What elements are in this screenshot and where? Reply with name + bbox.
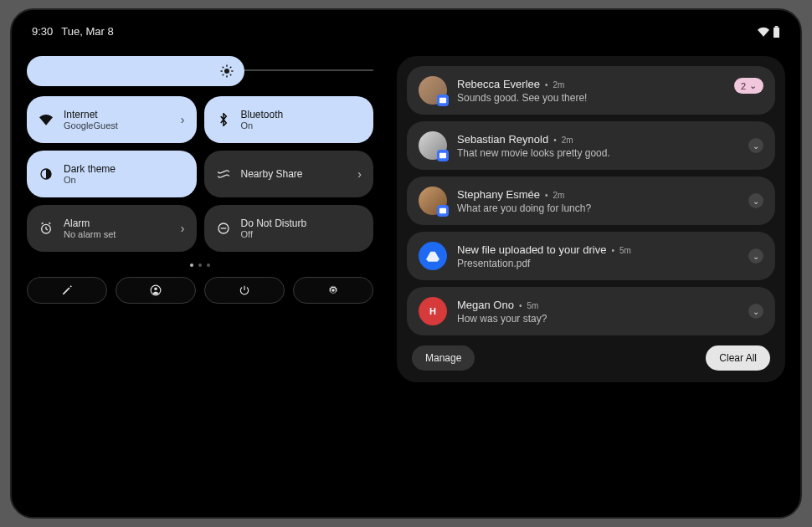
hotel-icon: H xyxy=(429,306,436,316)
tile-do-not-disturb[interactable]: Do Not Disturb Off xyxy=(204,205,374,252)
user-button[interactable] xyxy=(116,277,196,304)
notification-item[interactable]: Sebastian Reynold • 2m That new movie lo… xyxy=(407,121,775,170)
tile-title: Bluetooth xyxy=(241,109,362,120)
tile-title: Do Not Disturb xyxy=(241,217,362,229)
dark-theme-icon xyxy=(39,166,54,182)
notification-time: 5m xyxy=(619,246,631,255)
avatar: H xyxy=(419,297,447,325)
chevron-down-icon: ⌄ xyxy=(753,197,759,206)
svg-point-16 xyxy=(154,288,157,291)
gear-icon xyxy=(327,284,339,296)
status-time: 9:30 xyxy=(32,25,53,38)
wifi-icon xyxy=(39,112,54,127)
svg-point-17 xyxy=(331,289,335,292)
tile-nearby-share[interactable]: Nearby Share › xyxy=(204,151,374,197)
notification-separator: • xyxy=(545,80,548,90)
svg-point-2 xyxy=(224,69,229,74)
notification-message: That new movie looks pretty good. xyxy=(457,147,738,159)
edit-button[interactable] xyxy=(27,277,107,304)
dnd-icon xyxy=(216,221,231,236)
notification-time: 2m xyxy=(553,191,565,200)
power-icon xyxy=(239,284,250,296)
expand-button[interactable]: ⌄ xyxy=(748,304,763,319)
svg-rect-18 xyxy=(439,98,446,103)
page-dot xyxy=(198,264,202,267)
notification-message: How was your stay? xyxy=(457,313,738,325)
chevron-right-icon: › xyxy=(181,113,185,126)
brightness-slider[interactable] xyxy=(27,56,373,86)
settings-button[interactable] xyxy=(293,277,373,304)
notification-panel: Rebecca Everlee • 2m Sounds good. See yo… xyxy=(397,56,785,382)
svg-line-8 xyxy=(230,74,232,76)
notification-time: 2m xyxy=(562,136,573,145)
status-date: Tue, Mar 8 xyxy=(61,25,113,38)
tablet-frame: 9:30 Tue, Mar 8 xyxy=(10,8,802,519)
chevron-down-icon: ⌄ xyxy=(753,307,759,316)
notification-item[interactable]: New file uploaded to your drive • 5m Pre… xyxy=(407,232,775,280)
nearby-share-icon xyxy=(216,166,231,182)
app-badge-icon xyxy=(437,150,449,161)
tile-alarm[interactable]: Alarm No alarm set › xyxy=(27,205,197,252)
notification-message: What are you doing for lunch? xyxy=(457,202,738,214)
notification-message: Sounds good. See you there! xyxy=(457,92,763,104)
chevron-right-icon: › xyxy=(181,222,185,235)
expand-button[interactable]: ⌄ xyxy=(748,193,763,208)
avatar xyxy=(419,187,447,215)
svg-line-9 xyxy=(223,74,224,76)
avatar xyxy=(419,131,447,160)
clear-all-button[interactable]: Clear All xyxy=(706,345,770,371)
tile-subtitle: GoogleGuest xyxy=(64,120,171,130)
svg-rect-19 xyxy=(439,153,446,158)
notification-sender: Rebecca Everlee xyxy=(457,78,540,90)
tile-bluetooth[interactable]: Bluetooth On xyxy=(204,96,374,143)
notification-sender: Stephany Esmée xyxy=(457,188,540,201)
tile-subtitle: Off xyxy=(241,229,362,239)
battery-icon xyxy=(773,26,780,38)
tile-title: Internet xyxy=(64,109,171,120)
notification-time: 5m xyxy=(527,301,538,310)
page-indicator xyxy=(27,264,373,267)
tile-subtitle: No alarm set xyxy=(64,229,171,239)
user-icon xyxy=(150,284,162,296)
notification-sender: Sebastian Reynold xyxy=(457,133,548,146)
notification-separator: • xyxy=(553,136,557,145)
count-value: 2 xyxy=(741,81,746,91)
notification-item[interactable]: Rebecca Everlee • 2m Sounds good. See yo… xyxy=(407,66,775,115)
status-right xyxy=(758,25,780,38)
avatar xyxy=(419,76,447,105)
power-button[interactable] xyxy=(204,277,285,304)
page-dot xyxy=(207,264,210,267)
notification-message: Presentation.pdf xyxy=(457,258,738,269)
tile-dark-theme[interactable]: Dark theme On xyxy=(27,151,197,197)
notification-separator: • xyxy=(545,191,548,200)
svg-line-10 xyxy=(230,67,232,69)
notification-separator: • xyxy=(519,301,522,310)
expand-button[interactable]: ⌄ xyxy=(748,248,763,264)
manage-button[interactable]: Manage xyxy=(412,345,475,371)
svg-rect-0 xyxy=(773,27,779,37)
svg-rect-20 xyxy=(439,208,446,213)
tile-wifi[interactable]: Internet GoogleGuest › xyxy=(27,96,197,143)
page-dot xyxy=(190,264,193,267)
tile-title: Nearby Share xyxy=(241,168,348,180)
notification-actions: Manage Clear All xyxy=(407,342,775,372)
alarm-icon xyxy=(39,221,54,236)
tile-subtitle: On xyxy=(64,175,185,185)
chevron-down-icon: ⌄ xyxy=(753,141,759,151)
wifi-icon xyxy=(758,27,769,37)
svg-rect-1 xyxy=(775,26,779,28)
brightness-icon xyxy=(219,64,234,79)
pencil-icon xyxy=(61,284,73,296)
notification-time: 2m xyxy=(553,80,565,90)
expand-button[interactable]: ⌄ xyxy=(748,138,763,153)
content: Internet GoogleGuest › Bluetooth On xyxy=(27,56,785,382)
app-badge-icon xyxy=(437,205,449,217)
tile-subtitle: On xyxy=(241,120,362,130)
notification-item[interactable]: Stephany Esmée • 2m What are you doing f… xyxy=(407,177,775,225)
notification-count-pill[interactable]: 2 ⌄ xyxy=(734,78,763,94)
notification-separator: • xyxy=(612,246,615,255)
util-row xyxy=(27,277,373,304)
chevron-right-icon: › xyxy=(357,167,362,181)
app-badge-icon xyxy=(437,95,449,106)
notification-item[interactable]: H Megan Ono • 5m How was your stay? ⌄ xyxy=(407,287,775,335)
